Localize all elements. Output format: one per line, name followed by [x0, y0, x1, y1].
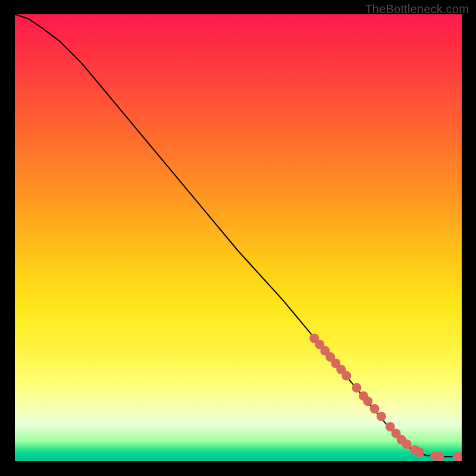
plot-area	[15, 14, 462, 461]
watermark-text: TheBottleneck.com	[365, 2, 469, 16]
scatter-dot	[377, 412, 386, 421]
chart-frame: TheBottleneck.com	[0, 0, 476, 476]
scatter-dot	[363, 396, 372, 406]
scatter-dot	[352, 383, 362, 393]
curve-layer	[15, 14, 462, 461]
scatter-dot	[342, 371, 351, 381]
bottleneck-curve	[15, 14, 462, 457]
scatter-dot	[434, 452, 444, 462]
scatter-markers	[309, 334, 462, 462]
scatter-dot	[370, 404, 380, 414]
scatter-dot	[402, 440, 412, 449]
scatter-dot	[415, 447, 424, 457]
